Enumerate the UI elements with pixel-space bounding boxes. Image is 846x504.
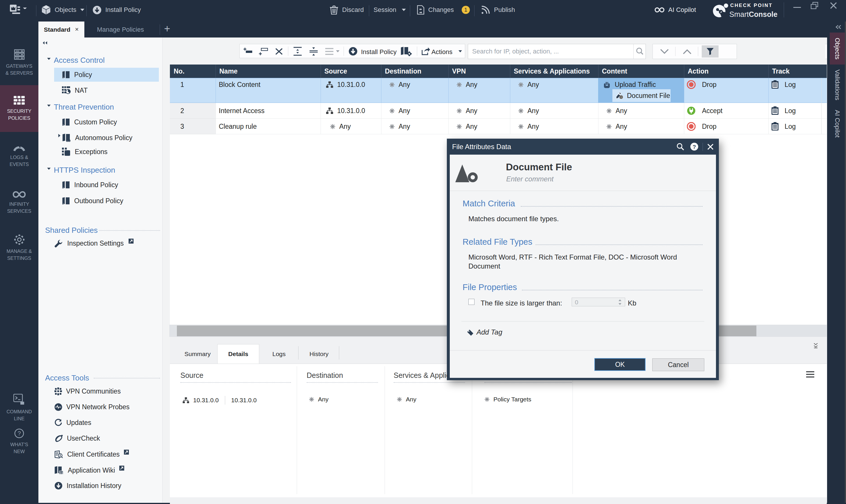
svg-text:?: ? (693, 144, 696, 150)
svg-text:?: ? (17, 430, 21, 436)
